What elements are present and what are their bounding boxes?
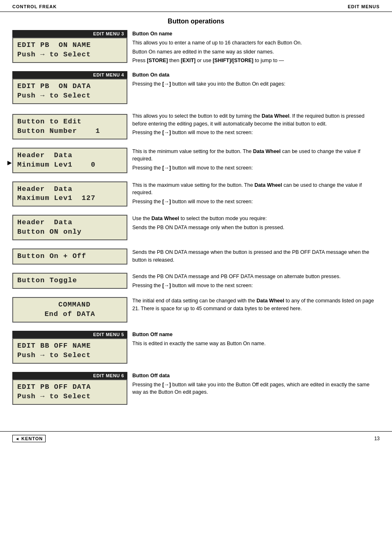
- footer-logo: ◄ KENTON: [12, 435, 46, 442]
- footer-page-number: 13: [374, 436, 380, 441]
- lcd-button-toggle: Button Toggle: [12, 273, 127, 289]
- lcd-line-1: Header Data: [17, 185, 122, 194]
- right-panel-edit-menu-6: Button Off data Pressing the [→] button …: [132, 372, 380, 397]
- header-left: CONTROL FREAK: [12, 4, 57, 9]
- btn-on-off-desc-1: Sends the PB ON DATA message when the bu…: [132, 248, 380, 264]
- lcd-line-1: EDIT PB ON DATA: [17, 82, 122, 91]
- lcd-line-2: Push → to Select: [17, 351, 122, 360]
- right-panel-header-min: This is the minimum value setting for th…: [132, 148, 380, 173]
- btn-toggle-desc-1: Sends the PB ON DATA message and PB OFF …: [132, 273, 380, 281]
- section-button-toggle: Button Toggle Sends the PB ON DATA messa…: [12, 273, 380, 293]
- lcd-edit-menu-5: EDIT BB OFF NAME Push → to Select: [12, 338, 127, 364]
- btn-edit-desc-1: This allows you to select the button to …: [132, 112, 380, 128]
- left-panel-button-on-only: Header Data Button ON only: [12, 215, 127, 244]
- section-5-title: Button Off name: [132, 332, 173, 337]
- section-4-title: Button On data: [132, 72, 169, 78]
- lcd-edit-menu-6: EDIT PB OFF DATA Push → to Select: [12, 379, 127, 405]
- lcd-line-1: EDIT BB OFF NAME: [17, 341, 122, 351]
- left-panel-header-max: Header Data Maximum Lev1 127: [12, 181, 127, 211]
- btn-toggle-desc-2: Pressing the [→] button will move to the…: [132, 282, 380, 290]
- lcd-header-minimum: Header Data Minimum Lev1 0: [12, 148, 127, 173]
- right-panel-button-to-edit: This allows you to select the button to …: [132, 112, 380, 138]
- left-panel-header-min: ▶ Header Data Minimum Lev1 0: [12, 148, 127, 177]
- page-footer: ◄ KENTON 13: [0, 431, 392, 446]
- lcd-line-2: Button ON only: [17, 228, 122, 237]
- right-panel-command-end: The initial end of data setting can be c…: [132, 297, 380, 314]
- section-3-desc-2: Button On names are edited in the same w…: [132, 48, 380, 56]
- right-panel-header-max: This is the maximum value setting for th…: [132, 181, 380, 207]
- lcd-header-maximum: Header Data Maximum Lev1 127: [12, 181, 127, 207]
- main-content: Button operations EDIT MENU 3 EDIT PB ON…: [0, 12, 392, 421]
- section-edit-menu-5: EDIT MENU 5 EDIT BB OFF NAME Push → to S…: [12, 331, 380, 368]
- left-panel-button-to-edit: Button to Edit Button Number 1: [12, 112, 127, 144]
- right-panel-edit-menu-3: Button On name This allows you to enter …: [132, 30, 380, 66]
- edit-menu-6-bar: EDIT MENU 6: [12, 372, 127, 379]
- page-header: CONTROL FREAK EDIT MENUS: [0, 0, 392, 12]
- logo-text: KENTON: [21, 436, 43, 441]
- lcd-line-2: End of DATA: [17, 310, 122, 319]
- section-button-on-off: Button On + Off Sends the PB ON DATA mes…: [12, 248, 380, 269]
- left-panel-edit-menu-3: EDIT MENU 3 EDIT PB ON NAME Push → to Se…: [12, 30, 127, 67]
- section-3-desc-3: Press [STORE] then [EXIT] or use [SHIFT]…: [132, 57, 380, 65]
- right-panel-button-toggle: Sends the PB ON DATA message and PB OFF …: [132, 273, 380, 291]
- left-arrow-indicator: ▶: [7, 159, 12, 166]
- section-4-desc-1: Pressing the [→] button will take you in…: [132, 80, 380, 88]
- right-panel-edit-menu-5: Button Off name This is edited in exactl…: [132, 331, 380, 349]
- section-header-maximum: Header Data Maximum Lev1 127 This is the…: [12, 181, 380, 211]
- lcd-line-1: COMMAND: [17, 300, 122, 310]
- lcd-line-2: Maximum Lev1 127: [17, 194, 122, 203]
- right-panel-button-on-only: Use the Data Wheel to select the button …: [132, 215, 380, 233]
- section-edit-menu-4: EDIT MENU 4 EDIT PB ON DATA Push → to Se…: [12, 71, 380, 108]
- section-edit-menu-6: EDIT MENU 6 EDIT PB OFF DATA Push → to S…: [12, 372, 380, 409]
- lcd-button-to-edit: Button to Edit Button Number 1: [12, 114, 127, 139]
- section-5-desc-1: This is edited in exactly the same way a…: [132, 340, 380, 348]
- lcd-line-1: EDIT PB OFF DATA: [17, 383, 122, 392]
- header-max-desc-1: This is the maximum value setting for th…: [132, 181, 380, 197]
- left-panel-edit-menu-6: EDIT MENU 6 EDIT PB OFF DATA Push → to S…: [12, 372, 127, 409]
- lcd-line-1: Button On + Off: [17, 252, 122, 261]
- lcd-line-2: Push → to Select: [17, 50, 122, 60]
- edit-menu-4-bar: EDIT MENU 4: [12, 71, 127, 79]
- section-6-desc-1: Pressing the [→] button will take you in…: [132, 381, 380, 397]
- section-button-on-only: Header Data Button ON only Use the Data …: [12, 215, 380, 244]
- lcd-line-2: Push → to Select: [17, 392, 122, 402]
- section-6-title: Button Off data: [132, 373, 170, 379]
- btn-on-only-desc-2: Sends the PB ON DATA message only when t…: [132, 224, 380, 232]
- left-panel-button-toggle: Button Toggle: [12, 273, 127, 293]
- section-3-desc-1: This allows you to enter a name of up to…: [132, 39, 380, 47]
- page-title: Button operations: [12, 18, 380, 25]
- lcd-edit-menu-3: EDIT PB ON NAME Push → to Select: [12, 37, 127, 63]
- lcd-edit-menu-4: EDIT PB ON DATA Push → to Select: [12, 79, 127, 104]
- header-right: EDIT MENUS: [348, 4, 380, 9]
- lcd-button-on-off: Button On + Off: [12, 248, 127, 265]
- edit-menu-3-bar: EDIT MENU 3: [12, 30, 127, 37]
- cmd-end-desc-1: The initial end of data setting can be c…: [132, 297, 380, 313]
- lcd-line-1: Header Data: [17, 151, 122, 160]
- section-command-end: COMMAND End of DATA The initial end of d…: [12, 297, 380, 327]
- section-edit-menu-3: EDIT MENU 3 EDIT PB ON NAME Push → to Se…: [12, 30, 380, 67]
- lcd-button-on-only: Header Data Button ON only: [12, 215, 127, 240]
- section-button-to-edit: Button to Edit Button Number 1 This allo…: [12, 112, 380, 144]
- section-3-title: Button On name: [132, 31, 172, 37]
- right-panel-edit-menu-4: Button On data Pressing the [→] button w…: [132, 71, 380, 89]
- header-min-desc-2: Pressing the [→] button will move to the…: [132, 164, 380, 172]
- logo-k-icon: ◄: [15, 437, 20, 441]
- lcd-line-1: EDIT PB ON NAME: [17, 41, 122, 50]
- header-max-desc-2: Pressing the [→] button will move to the…: [132, 198, 380, 206]
- left-panel-edit-menu-4: EDIT MENU 4 EDIT PB ON DATA Push → to Se…: [12, 71, 127, 108]
- edit-menu-5-bar: EDIT MENU 5: [12, 331, 127, 338]
- lcd-line-2: Push → to Select: [17, 91, 122, 101]
- left-panel-button-on-off: Button On + Off: [12, 248, 127, 269]
- lcd-line-1: Button Toggle: [17, 276, 122, 286]
- btn-on-only-desc-1: Use the Data Wheel to select the button …: [132, 215, 380, 223]
- section-header-minimum: ▶ Header Data Minimum Lev1 0 This is the…: [12, 148, 380, 177]
- btn-edit-desc-2: Pressing the [→] button will move to the…: [132, 129, 380, 137]
- lcd-line-1: Header Data: [17, 218, 122, 228]
- lcd-line-2: Button Number 1: [17, 127, 122, 136]
- left-panel-edit-menu-5: EDIT MENU 5 EDIT BB OFF NAME Push → to S…: [12, 331, 127, 368]
- right-panel-button-on-off: Sends the PB ON DATA message when the bu…: [132, 248, 380, 265]
- lcd-command-end: COMMAND End of DATA: [12, 297, 127, 323]
- lcd-line-2: Minimum Lev1 0: [17, 160, 122, 170]
- lcd-line-1: Button to Edit: [17, 117, 122, 127]
- header-min-desc-1: This is the minimum value setting for th…: [132, 148, 380, 163]
